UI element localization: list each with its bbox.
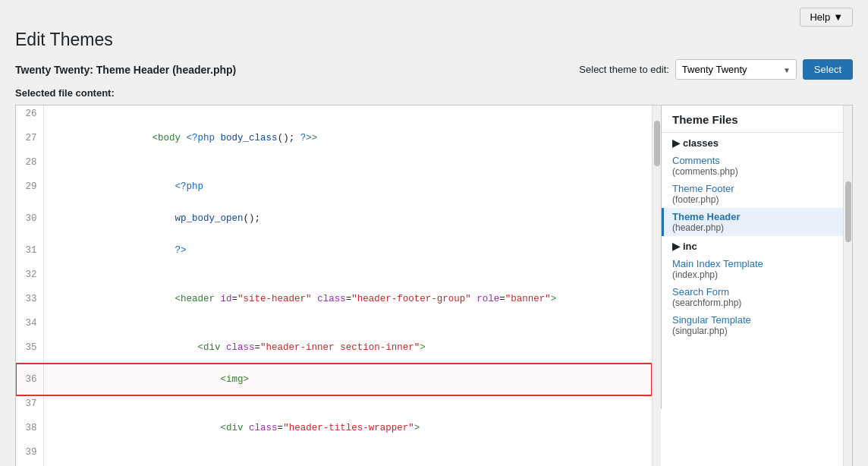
highlighted-row: 36 <img>	[16, 364, 652, 395]
table-row: 33 <header id="site-header" class="heade…	[16, 283, 652, 315]
sidebar-item-inc[interactable]: ▶ inc	[662, 236, 843, 255]
line-number: 39	[16, 444, 43, 461]
line-number: 31	[16, 235, 43, 266]
code-line: <body <?php body_class(); ?>>	[43, 122, 652, 154]
line-number: 29	[16, 171, 43, 203]
file-filename-searchform: (searchform.php)	[672, 298, 832, 308]
file-filename-header: (header.php)	[672, 222, 832, 233]
sidebar-title: Theme Files	[662, 105, 843, 133]
line-number: 36	[16, 364, 43, 395]
file-title: Twenty Twenty: Theme Header (header.php)	[15, 64, 236, 76]
line-number: 27	[16, 122, 43, 154]
theme-selector-label: Select theme to edit:	[579, 64, 669, 75]
code-line: <div class="header-inner section-inner">	[43, 332, 652, 364]
folder-arrow-icon-inc: ▶	[672, 241, 680, 252]
sidebar-item-comments[interactable]: Comments (comments.php)	[662, 152, 843, 180]
line-number: 33	[16, 283, 43, 315]
line-number: 30	[16, 203, 43, 235]
code-line: <?php	[43, 171, 652, 203]
folder-label: classes	[683, 137, 719, 149]
code-area[interactable]: 26 27 <body <?php body_class(); ?>> 28	[16, 105, 652, 466]
file-link-comments[interactable]: Comments	[672, 155, 720, 166]
table-row: 28	[16, 154, 652, 171]
folder-arrow-icon: ▶	[672, 137, 680, 149]
table-row: 32	[16, 266, 652, 283]
theme-selector: Select theme to edit: Twenty Twenty Twen…	[579, 59, 853, 80]
file-link-header[interactable]: Theme Header	[672, 211, 741, 222]
sidebar-item-index[interactable]: Main Index Template (index.php)	[662, 255, 843, 283]
help-chevron-icon: ▼	[833, 11, 843, 23]
code-line: wp_body_open();	[43, 203, 652, 235]
theme-dropdown[interactable]: Twenty Twenty Twenty Nineteen Twenty Sev…	[675, 59, 797, 80]
file-filename-comments: (comments.php)	[672, 166, 832, 177]
table-row: 40 <?php	[16, 461, 652, 466]
table-row: 38 <div class="header-titles-wrapper">	[16, 412, 652, 444]
help-label: Help	[810, 11, 830, 23]
file-filename-footer: (footer.php)	[672, 194, 832, 205]
line-number: 37	[16, 395, 43, 412]
table-row: 29 <?php	[16, 171, 652, 203]
line-number: 28	[16, 154, 43, 171]
line-number: 32	[16, 266, 43, 283]
help-button[interactable]: Help ▼	[800, 8, 853, 27]
code-line: <div class="header-titles-wrapper">	[43, 412, 652, 444]
code-scrollbar[interactable]	[652, 105, 661, 466]
code-line: <header id="site-header" class="header-f…	[43, 283, 652, 315]
file-filename-index: (index.php)	[672, 269, 832, 280]
file-link-index[interactable]: Main Index Template	[672, 258, 763, 269]
theme-files-sidebar: Theme Files ▶ classes Comments (comments…	[661, 105, 843, 409]
sidebar-scrollbar-thumb	[845, 181, 851, 242]
scrollbar-thumb	[654, 121, 660, 166]
table-row: 27 <body <?php body_class(); ?>>	[16, 122, 652, 154]
selected-file-label: Selected file content:	[15, 87, 853, 99]
table-row: 34	[16, 315, 652, 332]
file-link-footer[interactable]: Theme Footer	[672, 183, 734, 194]
line-number: 34	[16, 315, 43, 332]
line-number: 26	[16, 105, 43, 122]
code-line: <img>	[43, 364, 652, 395]
line-number: 40	[16, 461, 43, 466]
code-line	[43, 154, 652, 171]
table-row: 39	[16, 444, 652, 461]
code-line	[43, 395, 652, 412]
sidebar-scrollbar[interactable]	[843, 105, 852, 466]
code-line	[43, 266, 652, 283]
page-title: Edit Themes	[15, 30, 853, 50]
table-row: 30 wp_body_open();	[16, 203, 652, 235]
code-table: 26 27 <body <?php body_class(); ?>> 28	[16, 105, 652, 466]
table-row: 31 ?>	[16, 235, 652, 266]
file-link-searchform[interactable]: Search Form	[672, 286, 729, 298]
line-number: 38	[16, 412, 43, 444]
sidebar-item-classes[interactable]: ▶ classes	[662, 133, 843, 152]
table-row: 26	[16, 105, 652, 122]
sidebar-item-searchform[interactable]: Search Form (searchform.php)	[662, 283, 843, 311]
sidebar-item-header[interactable]: Theme Header (header.php)	[662, 208, 843, 236]
file-filename-singular: (singular.php)	[672, 326, 832, 336]
editor-layout: 26 27 <body <?php body_class(); ?>> 28	[15, 105, 853, 466]
sidebar-item-singular[interactable]: Singular Template (singular.php)	[662, 311, 843, 339]
code-line	[43, 105, 652, 122]
folder-label-inc: inc	[683, 241, 697, 252]
code-line: ?>	[43, 235, 652, 266]
file-link-singular[interactable]: Singular Template	[672, 314, 751, 326]
sidebar-item-footer[interactable]: Theme Footer (footer.php)	[662, 180, 843, 208]
select-button[interactable]: Select	[803, 59, 853, 80]
code-line	[43, 315, 652, 332]
line-number: 35	[16, 332, 43, 364]
table-row: 37	[16, 395, 652, 412]
code-line	[43, 444, 652, 461]
table-row: 35 <div class="header-inner section-inne…	[16, 332, 652, 364]
code-line: <?php	[43, 461, 652, 466]
